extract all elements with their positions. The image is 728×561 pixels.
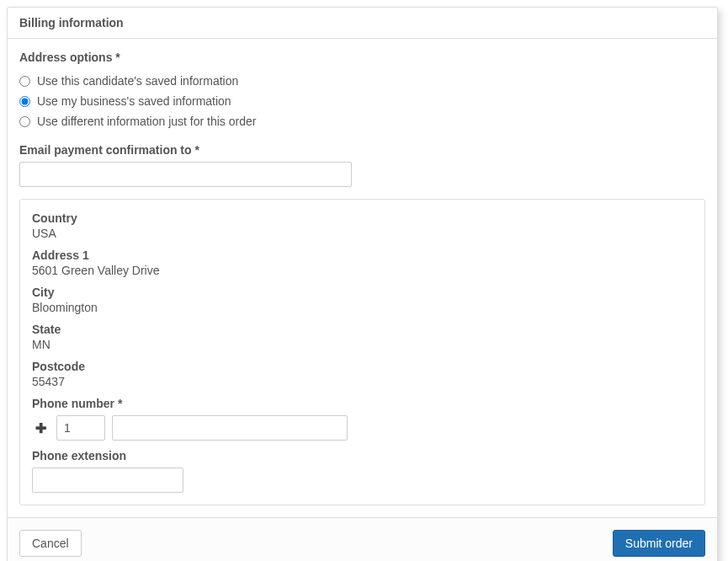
state-value: MN bbox=[32, 338, 693, 351]
radio-option-candidate[interactable]: Use this candidate's saved information bbox=[19, 71, 705, 91]
billing-panel: Billing information Address options * Us… bbox=[7, 7, 718, 561]
city-label: City bbox=[32, 286, 693, 299]
plus-icon: ✚ bbox=[32, 420, 50, 436]
address1-label: Address 1 bbox=[32, 248, 693, 262]
extension-label: Phone extension bbox=[32, 449, 693, 462]
phone-number-input[interactable] bbox=[112, 415, 348, 441]
radio-input-business[interactable] bbox=[19, 96, 30, 107]
state-label: State bbox=[32, 323, 693, 336]
radio-input-candidate[interactable] bbox=[19, 76, 30, 87]
address-panel: Country USA Address 1 5601 Green Valley … bbox=[19, 199, 705, 505]
radio-input-different[interactable] bbox=[19, 116, 30, 127]
radio-option-business[interactable]: Use my business's saved information bbox=[19, 91, 705, 111]
panel-body: Address options * Use this candidate's s… bbox=[8, 39, 717, 517]
phone-country-code-input[interactable] bbox=[56, 415, 105, 441]
address1-value: 5601 Green Valley Drive bbox=[32, 264, 693, 277]
phone-extension-input[interactable] bbox=[32, 467, 183, 493]
radio-option-different[interactable]: Use different information just for this … bbox=[19, 111, 705, 131]
panel-title: Billing information bbox=[8, 8, 717, 39]
radio-label: Use my business's saved information bbox=[37, 94, 231, 108]
phone-row: ✚ bbox=[32, 415, 693, 441]
address-options-group: Use this candidate's saved information U… bbox=[19, 71, 705, 131]
radio-label: Use different information just for this … bbox=[37, 115, 256, 128]
email-input[interactable] bbox=[19, 162, 352, 187]
radio-label: Use this candidate's saved information bbox=[37, 74, 238, 88]
submit-order-button[interactable]: Submit order bbox=[613, 530, 705, 557]
address-options-label: Address options * bbox=[19, 51, 705, 64]
postcode-value: 55437 bbox=[32, 375, 693, 388]
country-value: USA bbox=[32, 227, 693, 240]
city-value: Bloomington bbox=[32, 301, 693, 314]
panel-footer: Cancel Submit order bbox=[8, 517, 717, 561]
cancel-button[interactable]: Cancel bbox=[19, 530, 82, 557]
email-label: Email payment confirmation to * bbox=[19, 143, 705, 157]
postcode-label: Postcode bbox=[32, 360, 693, 373]
country-label: Country bbox=[32, 211, 693, 225]
phone-label: Phone number * bbox=[32, 397, 693, 410]
